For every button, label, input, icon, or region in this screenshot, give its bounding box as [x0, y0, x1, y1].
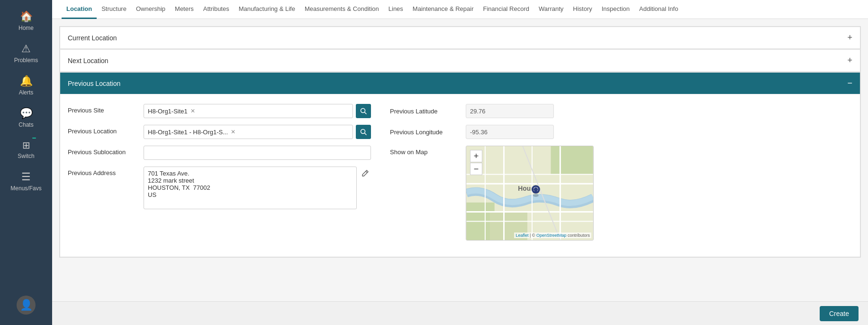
sidebar-item-home[interactable]: 🏠 Home	[0, 5, 52, 37]
previous-latitude-row: Previous Latitude	[390, 104, 852, 118]
nav-item-inspection[interactable]: Inspection	[597, 0, 634, 19]
svg-line-1	[365, 112, 367, 114]
nav-item-additional[interactable]: Additional Info	[634, 0, 683, 19]
nav-item-attributes[interactable]: Attributes	[199, 0, 234, 19]
svg-rect-7	[551, 146, 593, 174]
nav-item-history[interactable]: History	[568, 0, 597, 19]
map-attribution: Leaflet | © OpenStreetMap contributors	[514, 232, 591, 238]
previous-location-clear[interactable]: ✕	[231, 129, 235, 135]
next-location-toggle: +	[847, 56, 852, 65]
current-location-toggle: +	[847, 33, 852, 43]
previous-longitude-value	[466, 125, 852, 139]
previous-site-clear[interactable]: ✕	[190, 108, 195, 114]
previous-address-textarea[interactable]: 701 Texas Ave. 1232 mark street HOUSTON,…	[144, 167, 357, 209]
switch-icon: ⊞	[22, 139, 30, 151]
show-on-map-row: Show on Map	[390, 146, 852, 241]
nav-item-location[interactable]: Location	[62, 0, 97, 19]
next-location-header[interactable]: Next Location +	[60, 50, 860, 71]
previous-location-section: Previous Location − Previous Site H8-Org…	[60, 72, 860, 257]
edit-icon	[362, 169, 369, 177]
sidebar-item-label: Problems	[14, 57, 38, 64]
main-content: Location Structure Ownership Meters Attr…	[52, 0, 868, 325]
previous-address-label: Previous Address	[68, 167, 144, 176]
sidebar-item-chats[interactable]: 💬 Chats	[0, 102, 52, 134]
map-container-wrapper: Hou +	[466, 146, 852, 241]
nav-item-lines[interactable]: Lines	[384, 0, 408, 19]
previous-longitude-input	[466, 125, 554, 139]
previous-sublocation-input[interactable]	[144, 146, 371, 160]
svg-line-4	[366, 171, 367, 173]
map-container: Hou +	[466, 146, 594, 241]
svg-text:Hou: Hou	[518, 185, 531, 192]
create-button[interactable]: Create	[820, 306, 859, 321]
next-location-section: Next Location +	[60, 49, 860, 72]
sidebar-item-alerts[interactable]: 🔔 Alerts	[0, 69, 52, 102]
sidebar-item-problems[interactable]: ⚠ Problems	[0, 37, 52, 69]
current-location-title: Current Location	[68, 34, 117, 42]
previous-location-header[interactable]: Previous Location −	[60, 73, 860, 94]
svg-line-3	[365, 133, 367, 135]
bottom-bar: Create	[52, 301, 868, 325]
previous-site-search-button[interactable]	[356, 104, 371, 118]
sidebar-item-label: Switch	[18, 153, 34, 159]
osm-link[interactable]: OpenStreetMap	[536, 233, 567, 238]
previous-latitude-input	[466, 104, 554, 118]
previous-site-label: Previous Site	[68, 104, 144, 114]
sidebar-item-label: Home	[18, 25, 34, 31]
switch-badge	[32, 138, 36, 139]
previous-latitude-value	[466, 104, 852, 118]
search-icon	[360, 108, 367, 114]
previous-site-input[interactable]: H8-Org1-Site1 ✕	[144, 104, 353, 118]
warning-icon: ⚠	[21, 43, 31, 55]
sidebar-item-label: Menus/Favs	[10, 185, 41, 192]
sidebar-item-menus[interactable]: ☰ Menus/Favs	[0, 165, 52, 197]
nav-item-structure[interactable]: Structure	[97, 0, 131, 19]
previous-location-tag-text: H8-Org1-Site1 - H8-Org1-S...	[148, 129, 228, 136]
map-svg: Hou	[466, 146, 593, 240]
previous-location-toggle: −	[847, 78, 852, 88]
previous-location-content: Previous Site H8-Org1-Site1 ✕	[60, 94, 860, 257]
chat-icon: 💬	[20, 107, 33, 120]
avatar[interactable]: 👤	[17, 296, 36, 315]
previous-location-search-button[interactable]	[356, 125, 371, 139]
previous-address-row: Previous Address 701 Texas Ave. 1232 mar…	[68, 167, 371, 209]
nav-item-ownership[interactable]: Ownership	[131, 0, 170, 19]
previous-site-tag-text: H8-Org1-Site1	[148, 108, 188, 115]
previous-longitude-row: Previous Longitude	[390, 125, 852, 139]
previous-sublocation-field	[144, 146, 371, 160]
previous-address-edit-button[interactable]	[360, 167, 371, 181]
home-icon: 🏠	[20, 10, 33, 23]
previous-location-input[interactable]: H8-Org1-Site1 - H8-Org1-S... ✕	[144, 125, 353, 139]
previous-sublocation-label: Previous Sublocation	[68, 146, 144, 156]
previous-site-row: Previous Site H8-Org1-Site1 ✕	[68, 104, 371, 118]
nav-item-maintenance[interactable]: Maintenance & Repair	[408, 0, 479, 19]
sections-wrapper: Current Location + Next Location + Previ…	[59, 26, 861, 258]
nav-item-manufacturing[interactable]: Manufacturing & Life	[234, 0, 300, 19]
sidebar: 🏠 Home ⚠ Problems 🔔 Alerts 💬 Chats ⊞ Swi…	[0, 0, 52, 325]
previous-location-field-label: Previous Location	[68, 125, 144, 135]
previous-location-title: Previous Location	[68, 80, 120, 87]
previous-site-field: H8-Org1-Site1 ✕	[144, 104, 371, 118]
current-location-section: Current Location +	[60, 27, 860, 49]
previous-location-field: H8-Org1-Site1 - H8-Org1-S... ✕	[144, 125, 371, 139]
avatar-icon: 👤	[20, 299, 33, 311]
map-zoom-in-button[interactable]: +	[470, 150, 482, 162]
svg-point-19	[533, 194, 539, 197]
search-icon-2	[360, 129, 367, 135]
nav-item-financial[interactable]: Financial Record	[478, 0, 534, 19]
map-zoom-out-button[interactable]: −	[470, 163, 482, 175]
page-body: Current Location + Next Location + Previ…	[52, 19, 868, 301]
leaflet-link[interactable]: Leaflet	[515, 233, 528, 238]
nav-item-measurements[interactable]: Measurements & Condition	[300, 0, 384, 19]
sidebar-item-label: Chats	[18, 121, 33, 128]
show-on-map-label: Show on Map	[390, 146, 466, 156]
previous-longitude-label: Previous Longitude	[390, 129, 466, 136]
previous-latitude-label: Previous Latitude	[390, 108, 466, 115]
sidebar-item-switch[interactable]: ⊞ Switch	[0, 134, 52, 165]
next-location-title: Next Location	[68, 57, 108, 65]
menus-icon: ☰	[21, 171, 31, 183]
bell-icon: 🔔	[20, 75, 33, 87]
nav-item-meters[interactable]: Meters	[170, 0, 199, 19]
current-location-header[interactable]: Current Location +	[60, 27, 860, 48]
nav-item-warranty[interactable]: Warranty	[534, 0, 568, 19]
